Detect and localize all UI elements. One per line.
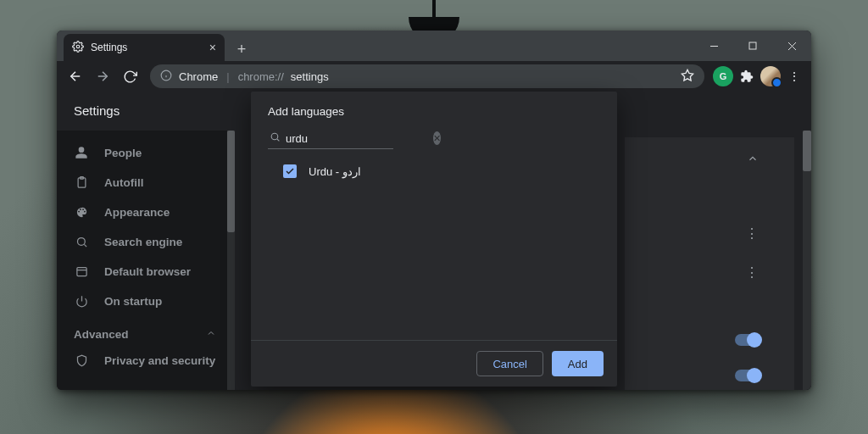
search-icon (74, 236, 89, 248)
sidebar-item-label: Privacy and security (104, 354, 215, 367)
checkbox-checked-icon[interactable] (283, 164, 297, 178)
sidebar-item-autofill[interactable]: Autofill (57, 168, 235, 198)
settings-content: Settings People Autofill Appearance (57, 92, 811, 390)
browser-tab[interactable]: Settings × (64, 34, 225, 61)
sidebar-item-label: On startup (104, 295, 162, 308)
svg-marker-10 (682, 70, 693, 81)
tab-title: Settings (91, 42, 127, 53)
chevron-up-icon (206, 328, 216, 341)
add-languages-dialog: Add languages ✕ Urdu - اردو Cancel (251, 92, 617, 387)
new-tab-button[interactable]: + (230, 37, 253, 61)
sidebar-item-on-startup[interactable]: On startup (57, 287, 235, 316)
sidebar-scrollbar[interactable] (227, 131, 235, 390)
address-bar[interactable]: Chrome | chrome://settings (150, 64, 704, 88)
language-more-icon[interactable]: ⋮ (745, 264, 759, 281)
search-icon (270, 131, 281, 145)
advanced-label: Advanced (74, 328, 129, 341)
chrome-window: Settings × + (57, 31, 811, 390)
clear-search-icon[interactable]: ✕ (433, 131, 441, 145)
svg-line-14 (84, 244, 86, 247)
sidebar-scrollbar-thumb[interactable] (227, 131, 235, 232)
dialog-actions: Cancel Add (251, 341, 617, 387)
close-window-button[interactable] (772, 31, 811, 61)
extension-grammarly-icon[interactable]: G (713, 66, 733, 86)
language-search[interactable]: ✕ (268, 128, 393, 149)
language-result-label: Urdu - اردو (309, 165, 361, 178)
close-tab-icon[interactable]: × (209, 41, 216, 54)
url-path: settings (291, 70, 329, 83)
language-result-row[interactable]: Urdu - اردو (251, 156, 617, 186)
browser-window-icon (74, 265, 89, 278)
settings-title: Settings (74, 103, 120, 118)
language-more-icon[interactable]: ⋮ (745, 225, 759, 242)
toolbar: Chrome | chrome://settings G ⋮ (57, 61, 811, 92)
add-button[interactable]: Add (552, 351, 604, 376)
svg-line-19 (277, 139, 279, 141)
power-icon (74, 295, 89, 308)
main-scrollbar-thumb[interactable] (803, 131, 811, 171)
svg-point-0 (76, 45, 80, 48)
svg-point-13 (77, 238, 85, 246)
sidebar-item-people[interactable]: People (57, 137, 235, 168)
reload-button[interactable] (118, 64, 142, 88)
gear-icon (72, 41, 84, 55)
sidebar-item-appearance[interactable]: Appearance (57, 198, 235, 227)
svg-point-18 (271, 133, 278, 140)
cancel-button[interactable]: Cancel (476, 351, 542, 376)
sidebar-item-label: Autofill (104, 176, 144, 189)
sidebar-item-label: People (104, 147, 142, 159)
sidebar-item-default-browser[interactable]: Default browser (57, 257, 235, 287)
sidebar-item-label: Default browser (104, 265, 191, 278)
site-info-icon[interactable] (160, 70, 172, 84)
extensions-puzzle-icon[interactable] (737, 66, 757, 86)
palette-icon (74, 206, 89, 219)
main-scrollbar[interactable] (803, 131, 811, 390)
window-controls (694, 31, 811, 61)
language-search-input[interactable] (286, 132, 428, 145)
shield-icon (74, 354, 89, 367)
browser-menu-icon[interactable]: ⋮ (784, 66, 804, 86)
collapse-caret-icon[interactable] (747, 153, 759, 167)
sidebar-item-label: Search engine (104, 236, 182, 248)
clipboard-icon (74, 176, 89, 189)
forward-button[interactable] (91, 64, 114, 88)
sidebar-advanced-toggle[interactable]: Advanced (57, 318, 235, 346)
url-prefix: chrome:// (238, 70, 284, 83)
toggle-switch[interactable] (735, 334, 760, 346)
toggle-switch[interactable] (735, 370, 760, 381)
language-card: ⋮ ⋮ (625, 137, 794, 390)
sidebar-item-privacy[interactable]: Privacy and security (57, 346, 235, 376)
sidebar-item-label: Appearance (104, 206, 170, 219)
svg-rect-15 (76, 268, 86, 276)
sidebar-item-search-engine[interactable]: Search engine (57, 227, 235, 257)
dialog-title: Add languages (251, 92, 617, 128)
titlebar: Settings × + (57, 31, 811, 61)
person-icon (74, 146, 89, 159)
url-divider: | (226, 70, 229, 83)
bookmark-star-icon[interactable] (681, 69, 694, 85)
back-button[interactable] (64, 64, 87, 88)
settings-sidebar: People Autofill Appearance Search engine… (57, 131, 235, 390)
minimize-button[interactable] (694, 31, 733, 61)
url-scheme: Chrome (179, 70, 218, 83)
maximize-button[interactable] (733, 31, 772, 61)
profile-avatar[interactable] (760, 66, 781, 86)
svg-rect-2 (749, 42, 756, 49)
